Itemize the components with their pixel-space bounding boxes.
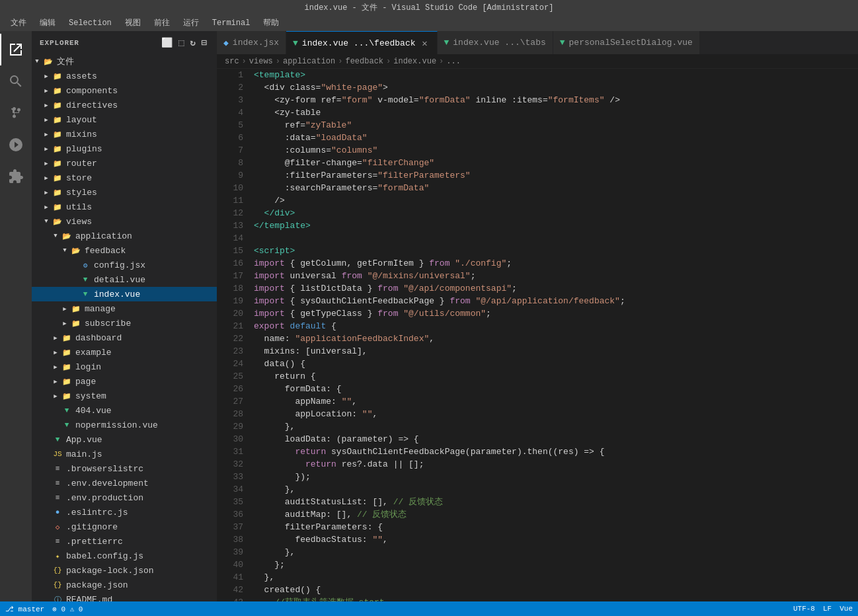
line-number-23: 23 <box>217 345 243 358</box>
menu-view[interactable]: 视图 <box>120 16 146 30</box>
breadcrumb-part-0[interactable]: src <box>225 57 239 66</box>
menu-run[interactable]: 运行 <box>178 16 204 30</box>
breadcrumb-part-5[interactable]: ... <box>446 57 461 66</box>
tree-item-application[interactable]: ▼ 📂 application <box>32 229 217 243</box>
tree-item-wen-jian[interactable]: ▼ 📂 文件 <box>32 54 217 69</box>
tab-index-jsx[interactable]: ◆ index.jsx <box>217 31 286 54</box>
tree-item-subscribe[interactable]: ▶ 📁 subscribe <box>32 316 217 330</box>
tree-item-config-jsx[interactable]: ⚙ config.jsx <box>32 258 217 272</box>
code-line-24: data() { <box>254 358 858 370</box>
refresh-icon[interactable]: ↻ <box>188 36 197 50</box>
tree-item-dashboard[interactable]: ▶ 📁 dashboard <box>32 330 217 345</box>
tree-item-example[interactable]: ▶ 📁 example <box>32 345 217 360</box>
tree-item-utils[interactable]: ▶ 📁 utils <box>32 200 217 214</box>
code-line-12: </div> <box>254 207 858 219</box>
line-number-27: 27 <box>217 395 243 408</box>
line-number-24: 24 <box>217 358 243 370</box>
tree-item-app-vue[interactable]: ▼ App.vue <box>32 432 217 447</box>
tab-index-vue-tabs[interactable]: ▼ index.vue ...\tabs <box>438 31 553 54</box>
tree-item-assets[interactable]: ▶ 📁 assets <box>32 69 217 83</box>
tree-item-index-vue[interactable]: ▼ index.vue <box>32 287 217 301</box>
language-status[interactable]: Vue <box>839 605 853 613</box>
line-number-8: 8 <box>217 157 243 169</box>
tree-item-env-development[interactable]: ≡ .env.development <box>32 476 217 490</box>
tree-item-detail-vue[interactable]: ▼ detail.vue <box>32 272 217 287</box>
tree-item-plugins[interactable]: ▶ 📁 plugins <box>32 141 217 156</box>
eol-status[interactable]: LF <box>823 605 832 613</box>
tree-item-feedback[interactable]: ▼ 📂 feedback <box>32 243 217 258</box>
code-line-6: :data="loadData" <box>254 132 858 144</box>
sidebar-header-actions: ⬜ ⬚ ↻ ⊟ <box>160 36 209 50</box>
breadcrumb-part-1[interactable]: views <box>249 57 273 66</box>
line-number-38: 38 <box>217 533 243 546</box>
tree-item-directives[interactable]: ▶ 📁 directives <box>32 98 217 112</box>
breadcrumb-part-4[interactable]: index.vue <box>393 57 436 66</box>
debug-activity-icon[interactable] <box>0 129 32 161</box>
tree-item-babel-config[interactable]: ✦ babel.config.js <box>32 549 217 563</box>
code-line-23: mixins: [universal], <box>254 345 858 358</box>
tree-item-404-vue[interactable]: ▼ 404.vue <box>32 403 217 418</box>
encoding-status[interactable]: UTF-8 <box>793 605 815 613</box>
breadcrumb-part-2[interactable]: application <box>283 57 335 66</box>
code-line-20: import { getTypeClass } from "@/utils/co… <box>254 307 858 320</box>
tree-item-nopermission-vue[interactable]: ▼ nopermission.vue <box>32 418 217 432</box>
collapse-all-icon[interactable]: ⊟ <box>200 36 209 50</box>
tab-personalSelectDialog[interactable]: ▼ personalSelectDialog.vue <box>553 31 700 54</box>
tree-item-main-js[interactable]: JS main.js <box>32 447 217 461</box>
line-number-39: 39 <box>217 546 243 558</box>
new-file-icon[interactable]: ⬜ <box>160 36 175 50</box>
line-number-22: 22 <box>217 332 243 345</box>
new-folder-icon[interactable]: ⬚ <box>177 36 186 50</box>
menu-bar: 文件 编辑 Selection 视图 前往 运行 Terminal 帮助 <box>0 15 858 31</box>
status-bar: ⎇ master ⊗ 0 ⚠ 0 UTF-8 LF Vue <box>0 601 858 616</box>
tree-item-views[interactable]: ▼ 📂 views <box>32 214 217 229</box>
tree-item-store[interactable]: ▶ 📁 store <box>32 171 217 185</box>
title-text: index.vue - 文件 - Visual Studio Code [Adm… <box>305 2 554 13</box>
line-number-10: 10 <box>217 182 243 194</box>
code-line-7: :columns="columns" <box>254 144 858 157</box>
tree-item-login[interactable]: ▶ 📁 login <box>32 360 217 374</box>
breadcrumb-sep-4: › <box>439 57 444 66</box>
tree-item-router[interactable]: ▶ 📁 router <box>32 156 217 171</box>
branch-status[interactable]: ⎇ master <box>5 605 44 613</box>
title-bar: index.vue - 文件 - Visual Studio Code [Adm… <box>0 0 858 15</box>
tree-item-env-production[interactable]: ≡ .env.production <box>32 490 217 505</box>
tree-item-layout[interactable]: ▶ 📁 layout <box>32 112 217 127</box>
tree-item-manage[interactable]: ▶ 📁 manage <box>32 301 217 316</box>
search-activity-icon[interactable] <box>0 65 32 97</box>
menu-help[interactable]: 帮助 <box>258 16 284 30</box>
tree-item-package-lock[interactable]: {} package-lock.json <box>32 563 217 578</box>
tree-item-components[interactable]: ▶ 📁 components <box>32 83 217 98</box>
explorer-activity-icon[interactable] <box>0 34 32 65</box>
code-line-3: <zy-form ref="form" v-model="formData" i… <box>254 94 858 106</box>
tree-item-eslintrc-js[interactable]: ● .eslintrc.js <box>32 505 217 520</box>
tree-item-gitignore[interactable]: ◇ .gitignore <box>32 520 217 534</box>
line-number-17: 17 <box>217 270 243 282</box>
code-editor[interactable]: <template> <div class="white-page"> <zy-… <box>249 69 858 601</box>
tree-item-system[interactable]: ▶ 📁 system <box>32 389 217 403</box>
tree-item-page[interactable]: ▶ 📁 page <box>32 374 217 389</box>
tab-index-vue-feedback[interactable]: ▼ index.vue ...\feedback ✕ <box>286 31 437 54</box>
menu-terminal[interactable]: Terminal <box>207 17 256 29</box>
line-number-35: 35 <box>217 496 243 508</box>
tree-item-prettierrc[interactable]: ≡ .prettierrc <box>32 534 217 549</box>
extensions-activity-icon[interactable] <box>0 161 32 192</box>
code-line-1: <template> <box>254 69 858 81</box>
line-number-12: 12 <box>217 207 243 219</box>
line-number-1: 1 <box>217 69 243 81</box>
error-status[interactable]: ⊗ 0 ⚠ 0 <box>52 605 83 613</box>
line-number-25: 25 <box>217 370 243 383</box>
tree-item-styles[interactable]: ▶ 📁 styles <box>32 185 217 200</box>
menu-file[interactable]: 文件 <box>5 16 32 30</box>
source-control-activity-icon[interactable] <box>0 97 32 129</box>
tree-item-package-json[interactable]: {} package.json <box>32 578 217 592</box>
code-line-19: import { sysOauthClientFeedbackPage } fr… <box>254 295 858 307</box>
tree-item-readme[interactable]: ⓘ README.md <box>32 592 217 601</box>
tree-item-browserslistrc[interactable]: ≡ .browserslistrc <box>32 461 217 476</box>
menu-go[interactable]: 前往 <box>149 16 175 30</box>
menu-selection[interactable]: Selection <box>63 17 117 29</box>
tree-item-mixins[interactable]: ▶ 📁 mixins <box>32 127 217 141</box>
menu-edit[interactable]: 编辑 <box>34 16 61 30</box>
breadcrumb-part-3[interactable]: feedback <box>345 57 383 66</box>
code-line-36: auditMap: [], // 反馈状态 <box>254 508 858 521</box>
